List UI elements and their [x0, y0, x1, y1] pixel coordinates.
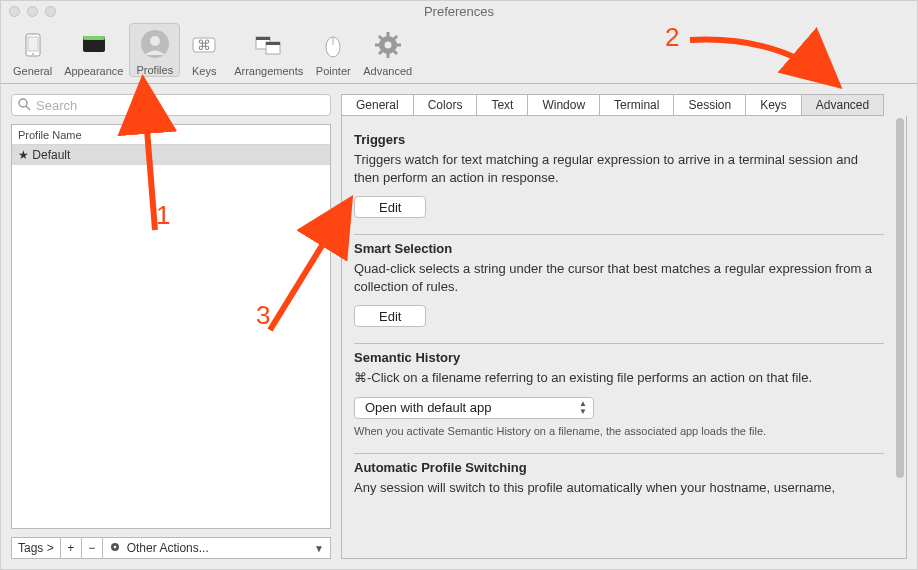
- subtab-text[interactable]: Text: [477, 94, 528, 116]
- autoprofile-title: Automatic Profile Switching: [354, 460, 884, 475]
- toolbar-appearance[interactable]: Appearance: [58, 25, 129, 77]
- subtab-advanced[interactable]: Advanced: [802, 94, 884, 116]
- svg-point-16: [384, 42, 391, 49]
- advanced-scroll[interactable]: Triggers Triggers watch for text matchin…: [342, 116, 906, 558]
- svg-line-23: [379, 51, 382, 54]
- svg-point-6: [150, 36, 160, 46]
- titlebar: Preferences: [1, 1, 917, 19]
- toolbar-label: Arrangements: [234, 65, 303, 77]
- toolbar-label: Profiles: [136, 64, 173, 76]
- triggers-desc: Triggers watch for text matching a regul…: [354, 151, 884, 186]
- other-actions-dropdown[interactable]: Other Actions... ▼: [102, 537, 331, 559]
- profiles-column-header[interactable]: Profile Name: [12, 125, 330, 145]
- svg-point-28: [113, 545, 116, 548]
- general-icon: [15, 27, 51, 63]
- toolbar-label: Appearance: [64, 65, 123, 77]
- search-icon: [17, 97, 31, 114]
- profiles-rows: ★ Default: [12, 145, 330, 528]
- toolbar-pointer[interactable]: Pointer: [309, 25, 357, 77]
- toolbar-arrangements[interactable]: Arrangements: [228, 25, 309, 77]
- search-field-wrapper: [11, 94, 331, 116]
- keys-icon: ⌘: [186, 27, 222, 63]
- section-smart-selection: Smart Selection Quad-click selects a str…: [354, 235, 884, 344]
- profiles-sidebar: Profile Name ★ Default Tags > + − Other …: [11, 94, 331, 559]
- scrollbar-thumb[interactable]: [896, 118, 904, 478]
- profile-row-default[interactable]: ★ Default: [12, 145, 330, 165]
- semantic-select-value: Open with default app: [365, 400, 491, 415]
- other-actions-label: Other Actions...: [127, 541, 209, 555]
- svg-line-22: [394, 51, 397, 54]
- section-triggers: Triggers Triggers watch for text matchin…: [354, 126, 884, 235]
- preferences-window: Preferences General Appearance Profiles …: [0, 0, 918, 570]
- semantic-desc: ⌘-Click on a filename referring to an ex…: [354, 369, 884, 387]
- svg-point-25: [19, 99, 27, 107]
- svg-line-21: [379, 36, 382, 39]
- subtab-window[interactable]: Window: [528, 94, 600, 116]
- advanced-pane: Triggers Triggers watch for text matchin…: [341, 116, 907, 559]
- profile-content: General Colors Text Window Terminal Sess…: [341, 94, 907, 559]
- select-stepper-icon: ▲▼: [579, 400, 587, 416]
- appearance-icon: [76, 27, 112, 63]
- toolbar-keys[interactable]: ⌘ Keys: [180, 25, 228, 77]
- chevron-down-icon: ▼: [314, 543, 324, 554]
- subtab-keys[interactable]: Keys: [746, 94, 802, 116]
- smart-desc: Quad-click selects a string under the cu…: [354, 260, 884, 295]
- svg-point-2: [32, 53, 34, 55]
- profiles-icon: [137, 26, 173, 62]
- toolbar-general[interactable]: General: [7, 25, 58, 77]
- autoprofile-desc: Any session will switch to this profile …: [354, 479, 884, 497]
- semantic-action-select[interactable]: Open with default app ▲▼: [354, 397, 594, 419]
- subtab-session[interactable]: Session: [674, 94, 746, 116]
- semantic-title: Semantic History: [354, 350, 884, 365]
- section-semantic-history: Semantic History ⌘-Click on a filename r…: [354, 344, 884, 454]
- profiles-list: Profile Name ★ Default: [11, 124, 331, 529]
- svg-rect-12: [266, 42, 280, 45]
- svg-rect-11: [256, 37, 270, 40]
- toolbar-label: General: [13, 65, 52, 77]
- body: Profile Name ★ Default Tags > + − Other …: [1, 84, 917, 569]
- semantic-note: When you activate Semantic History on a …: [354, 425, 884, 437]
- tags-button[interactable]: Tags >: [11, 537, 61, 559]
- arrangements-icon: [251, 27, 287, 63]
- toolbar-label: Pointer: [316, 65, 351, 77]
- profiles-bottom-bar: Tags > + − Other Actions... ▼: [11, 537, 331, 559]
- remove-profile-button[interactable]: −: [81, 537, 103, 559]
- advanced-gear-icon: [370, 27, 406, 63]
- smart-edit-button[interactable]: Edit: [354, 305, 426, 327]
- toolbar-label: Advanced: [363, 65, 412, 77]
- svg-text:⌘: ⌘: [197, 37, 211, 53]
- toolbar: General Appearance Profiles ⌘ Keys Arran…: [1, 19, 917, 84]
- smart-title: Smart Selection: [354, 241, 884, 256]
- svg-line-24: [394, 36, 397, 39]
- gear-icon: [109, 541, 121, 556]
- toolbar-label: Keys: [192, 65, 216, 77]
- subtab-general[interactable]: General: [341, 94, 414, 116]
- subtab-colors[interactable]: Colors: [414, 94, 478, 116]
- svg-line-26: [26, 106, 30, 110]
- subtab-terminal[interactable]: Terminal: [600, 94, 674, 116]
- add-profile-button[interactable]: +: [60, 537, 82, 559]
- triggers-edit-button[interactable]: Edit: [354, 196, 426, 218]
- window-title: Preferences: [1, 4, 917, 19]
- pointer-icon: [315, 27, 351, 63]
- profile-subtabs: General Colors Text Window Terminal Sess…: [341, 94, 907, 116]
- search-input[interactable]: [11, 94, 331, 116]
- section-auto-profile-switching: Automatic Profile Switching Any session …: [354, 454, 884, 513]
- svg-rect-1: [28, 37, 38, 51]
- triggers-title: Triggers: [354, 132, 884, 147]
- svg-rect-4: [83, 36, 105, 40]
- toolbar-advanced[interactable]: Advanced: [357, 25, 418, 77]
- toolbar-profiles[interactable]: Profiles: [129, 23, 180, 77]
- scrollbar[interactable]: [890, 118, 904, 556]
